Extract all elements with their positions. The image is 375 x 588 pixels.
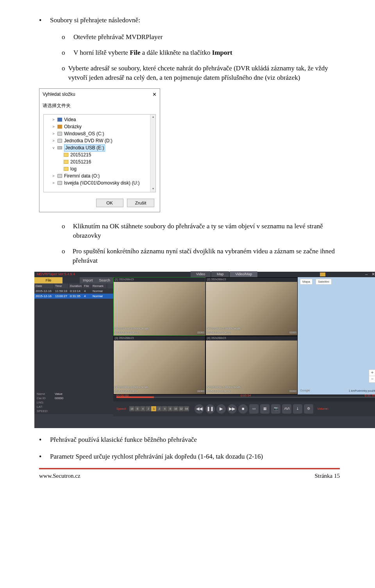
minimize-icon[interactable]: –: [365, 271, 368, 277]
sub-bullet-3: o Vyberte adresář se soubory, které chce…: [62, 64, 340, 82]
cell-time: 2015-12-16 13:06:22: [207, 331, 230, 334]
file-button[interactable]: File: [34, 277, 62, 283]
camera-icon[interactable]: [320, 272, 325, 276]
timeline[interactable]: 00:00:00 0:05:54 0:31:35: [113, 394, 375, 402]
col-date: Date: [34, 283, 54, 289]
speed-segment[interactable]: 16: [129, 406, 134, 411]
chevron-icon: v: [52, 145, 55, 151]
map-zoom: + −: [369, 369, 375, 383]
tree-item[interactable]: >lsvejda (\\DC01\Domovsky disk) (U:): [45, 179, 155, 186]
cell-time: 2015-12-16 13:06:22: [114, 331, 138, 334]
export-button[interactable]: ⤓: [293, 404, 302, 414]
video-cell-1[interactable]: (1) 352x288x15 GPS:0.0000E,0.0000N,0KM/h…: [113, 277, 205, 336]
sub3-text: Vyberte adresář se soubory, které chcete…: [68, 64, 340, 82]
tab-video[interactable]: Video: [191, 271, 211, 277]
tree-item-icon: [57, 124, 62, 129]
tree-item-icon: [57, 145, 62, 151]
zoom-in-button[interactable]: +: [369, 370, 375, 376]
tree-item-icon: [63, 159, 69, 165]
next-button[interactable]: ▶▶: [227, 404, 237, 414]
tree-item[interactable]: log: [45, 165, 155, 172]
footer-url: www.Secutron.cz: [39, 472, 80, 480]
sub4-text: Kliknutím na OK stáhnete soubory do přeh…: [73, 222, 340, 240]
tree-item-label: Windows8_OS (C:): [64, 131, 104, 137]
cell-gps: GPS:0.0000E,0.0000N,0KM/h: [114, 385, 148, 389]
prev-button[interactable]: ◀◀: [195, 404, 204, 414]
ok-button[interactable]: OK: [96, 199, 123, 207]
tree-item-label: 20151215: [70, 152, 91, 158]
bullet-o: o: [62, 48, 73, 57]
tab-videomap[interactable]: Video/Map: [230, 271, 257, 277]
speed-segment[interactable]: 8: [135, 406, 140, 411]
tree-item-label: log: [70, 166, 77, 172]
bullet-dot: •: [39, 452, 50, 462]
speed-label: Speed:: [116, 407, 126, 411]
grid-button[interactable]: ▦: [260, 404, 270, 414]
tree-item-icon: [57, 131, 62, 136]
map-type-satellite[interactable]: Satelitní: [316, 279, 332, 285]
scroll-up-icon[interactable]: ▴: [150, 115, 155, 120]
close-icon[interactable]: ✕: [371, 271, 375, 277]
import-button[interactable]: Import: [80, 277, 96, 283]
map-terms[interactable]: Podmínky použití: [355, 389, 375, 393]
speed-segment[interactable]: 32: [179, 406, 184, 411]
capture-button[interactable]: 📷: [271, 404, 280, 414]
tree-item-icon: [57, 117, 62, 122]
tab-map[interactable]: Map: [211, 271, 229, 277]
scroll-down-icon[interactable]: ▾: [150, 186, 155, 192]
zoom-out-button[interactable]: −: [369, 376, 375, 382]
speed-segment[interactable]: 4: [140, 406, 145, 411]
bullet-intro: • Soubory si přehrajete následovně:: [39, 16, 340, 25]
tree-item[interactable]: >Obrázky: [45, 123, 155, 130]
cell-time: 2015-12-16 13:06:22: [207, 389, 230, 393]
search-button[interactable]: Search: [96, 277, 113, 283]
time-end: 0:31:35: [364, 393, 375, 398]
video-cell-3[interactable]: (3) 352x288x15 GPS:0.0000E,0.0000N,0KM/h…: [113, 336, 205, 394]
avi-button[interactable]: AVI: [282, 404, 291, 414]
bullet-o: o: [62, 222, 73, 240]
folder-dialog: Vyhledat složku ✕ 请选择文件夹 >Videa>Obrázky>…: [39, 88, 160, 212]
time-start: 00:00:00: [116, 393, 129, 398]
tree-item-label: lsvejda (\\DC01\Domovsky disk) (U:): [64, 180, 139, 186]
chevron-icon: >: [52, 138, 55, 143]
snapshot-button[interactable]: ▭: [249, 404, 259, 414]
col-remark: Remark: [91, 283, 107, 289]
cell-header: (1) 352x288x15: [114, 278, 205, 282]
video-cell-2[interactable]: (2) 352x288x15 GPS:0.0000E,0.0000N,0KM/h…: [205, 277, 298, 336]
sub-bullet-2: o V horní liště vyberte File a dále klik…: [62, 48, 340, 57]
close-icon[interactable]: ✕: [152, 91, 157, 98]
map-type-map[interactable]: Mapa: [300, 279, 312, 285]
cancel-button[interactable]: Zrušit: [127, 199, 154, 207]
tree-item[interactable]: 20151215: [45, 151, 155, 158]
footer-divider: [39, 468, 340, 470]
speed-segment[interactable]: 16: [173, 406, 178, 411]
tree-item[interactable]: 20151216: [45, 158, 155, 165]
tree-item[interactable]: >Windows8_OS (C:): [45, 130, 155, 137]
tree-item[interactable]: vJednotka USB (E:): [45, 144, 155, 151]
speed-segment[interactable]: 2: [157, 406, 162, 411]
speed-segment[interactable]: 2: [146, 406, 151, 411]
table-row[interactable]: 2015-12-16 11:58:18 0:13:14 4 Normal: [34, 289, 113, 294]
tree-item[interactable]: >Jednotka DVD RW (D:): [45, 137, 155, 144]
tree-item[interactable]: >Videa: [45, 116, 155, 123]
scrollbar[interactable]: ▴ ▾: [150, 115, 155, 192]
bullet-dot: •: [39, 435, 50, 445]
tree-item[interactable]: >Firemní data (O:): [45, 172, 155, 179]
map-panel[interactable]: Mapa Satelitní + − Google 1 km Podmínky …: [298, 277, 375, 394]
pause-button[interactable]: ❚❚: [205, 404, 215, 414]
bullet-o: o: [62, 64, 68, 82]
video-cell-4[interactable]: (4) 352x288x15 GPS:0.0000E,0.0000N,0KM/h…: [205, 336, 298, 394]
speed-segment[interactable]: 64: [184, 406, 189, 411]
settings-button[interactable]: ⚙: [304, 404, 313, 414]
play-button[interactable]: ▶: [216, 404, 226, 414]
outro2-text: Parametr Speed určuje rychlost přehráván…: [50, 452, 263, 462]
bullet-dot: •: [39, 16, 50, 25]
bullet-outro-1: • Přehrávač používá klasické funkce běžn…: [39, 435, 340, 445]
dialog-subtitle: 请选择文件夹: [39, 101, 160, 112]
stop-button[interactable]: ■: [238, 404, 248, 414]
table-row[interactable]: 2015-12-16 13:00:27 0:31:35 4 Normal: [34, 294, 113, 299]
map-scale: 1 km: [349, 389, 355, 393]
speed-segment[interactable]: 8: [168, 406, 173, 411]
speed-segment[interactable]: 4: [162, 406, 167, 411]
speed-segment-current[interactable]: 1: [151, 406, 156, 411]
